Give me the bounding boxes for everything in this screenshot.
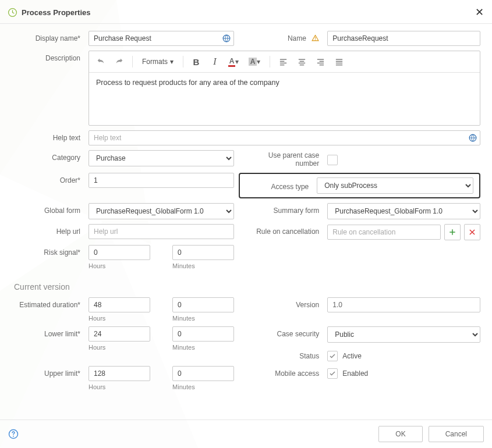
rule-cancel-input[interactable] [327,225,441,240]
version-label: Version [246,297,327,312]
italic-icon[interactable]: I [207,54,223,70]
est-duration-label: Estimated duration* [7,297,89,322]
text-color-icon[interactable]: A ▾ [225,54,242,70]
upper-minutes-input[interactable] [172,366,234,381]
align-right-icon[interactable] [312,54,328,70]
status-label: Status [246,349,327,361]
undo-icon[interactable] [93,54,109,70]
cancel-button[interactable]: Cancel [429,426,484,442]
risk-signal-label: Risk signal* [7,245,89,269]
dialog-footer: OK Cancel [0,419,492,448]
status-active-checkbox[interactable] [327,351,338,361]
name-label: Name [246,31,327,46]
mobile-enabled-label: Enabled [342,369,368,378]
access-type-highlight: Access type Only subProcess [239,173,480,198]
order-label: Order* [7,173,89,188]
current-version-heading: Current version [7,274,480,297]
status-active-label: Active [342,352,362,360]
help-icon[interactable] [8,429,19,439]
case-security-select[interactable]: Public [327,326,480,343]
remove-rule-button[interactable] [464,224,480,240]
global-form-label: Global form [7,203,89,219]
lower-hours-input[interactable] [89,326,150,342]
version-value: 1.0 [327,297,480,312]
mobile-access-label: Mobile access [246,366,327,379]
bold-icon[interactable]: B [188,54,204,70]
access-type-select[interactable]: Only subProcess [317,177,473,194]
formats-dropdown[interactable]: Formats▾ [137,54,178,70]
use-parent-checkbox[interactable] [327,155,338,165]
globe-icon[interactable] [469,134,477,142]
summary-form-select[interactable]: PurchaseRequest_GlobalForm 1.0 [327,203,480,219]
hours-sublabel: Hours [89,262,150,269]
dialog-header: Process Properties ✕ [0,0,492,24]
globe-icon[interactable] [222,34,231,42]
est-minutes-input[interactable] [172,297,234,312]
upper-hours-input[interactable] [89,366,150,381]
svg-rect-6 [315,37,316,39]
process-icon [8,8,17,17]
help-url-input[interactable] [89,224,234,239]
close-icon[interactable]: ✕ [475,6,484,19]
ok-button[interactable]: OK [378,426,422,442]
align-left-icon[interactable] [275,54,291,70]
add-rule-button[interactable] [444,224,461,240]
dialog-title: Process Properties [22,8,91,17]
lower-minutes-input[interactable] [172,326,234,342]
warning-icon [312,34,319,44]
help-text-label: Help text [7,130,89,145]
svg-point-10 [13,436,14,437]
category-label: Category [7,150,89,166]
order-input[interactable] [89,173,234,188]
access-type-label: Access type [240,180,317,191]
help-text-input[interactable] [89,130,480,145]
description-label: Description [7,51,89,126]
description-editor: Formats▾ B I A ▾ A ▾ Process to request … [89,51,480,126]
category-select[interactable]: Purchase [89,150,234,166]
svg-rect-7 [315,40,316,40]
risk-minutes-input[interactable] [172,245,234,260]
global-form-select[interactable]: PurchaseRequest_GlobalForm 1.0 [89,203,234,219]
upper-limit-label: Upper limit* [7,366,89,390]
display-name-label: Display name* [7,31,89,46]
rule-cancel-label: Rule on cancellation [246,224,327,240]
lower-limit-label: Lower limit* [7,326,89,351]
mobile-access-checkbox[interactable] [327,368,338,379]
align-justify-icon[interactable] [331,54,347,70]
case-security-label: Case security [246,326,327,343]
minutes-sublabel: Minutes [172,262,234,269]
summary-form-label: Summary form [246,203,327,219]
description-body[interactable]: Process to request products for any area… [89,73,480,125]
est-hours-input[interactable] [89,297,150,312]
align-center-icon[interactable] [293,54,310,70]
use-parent-label: Use parent case number [246,150,327,168]
display-name-input[interactable] [89,31,234,46]
redo-icon[interactable] [111,54,128,70]
risk-hours-input[interactable] [89,245,150,260]
help-url-label: Help url [7,224,89,239]
name-input[interactable] [327,31,480,46]
bg-color-icon[interactable]: A ▾ [244,54,265,70]
editor-toolbar: Formats▾ B I A ▾ A ▾ [89,51,480,73]
